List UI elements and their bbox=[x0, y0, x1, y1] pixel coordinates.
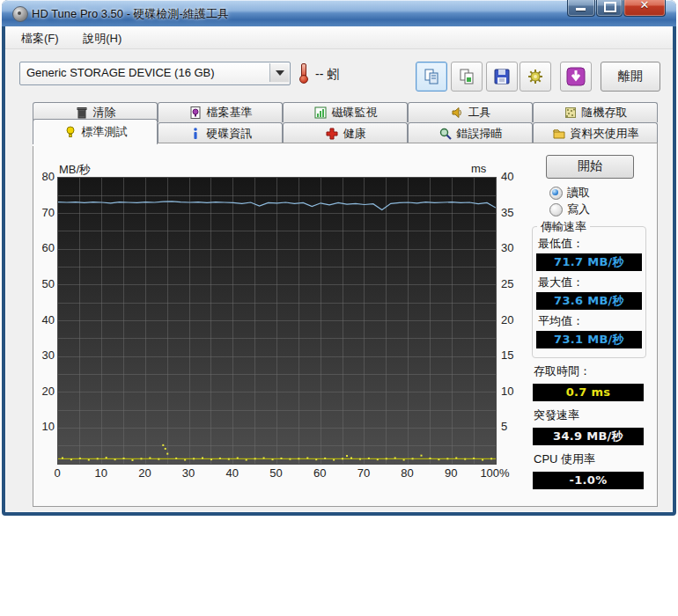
read-radio-label: 讀取 bbox=[567, 185, 590, 201]
radio-selected-icon[interactable] bbox=[549, 187, 563, 200]
axis-tick-label: 90 bbox=[436, 466, 466, 480]
axis-tick-label: 50 bbox=[33, 277, 55, 290]
menu-bar: 檔案(F) 說明(H) bbox=[5, 26, 673, 49]
file-benchmark-icon bbox=[188, 106, 203, 120]
tab-disk-info[interactable]: 硬碟資訊 bbox=[158, 122, 283, 143]
axis-tick-label: 30 bbox=[173, 466, 203, 480]
write-radio[interactable]: 寫入 bbox=[549, 202, 590, 216]
axis-tick-label: 80 bbox=[393, 466, 423, 480]
max-label: 最大值： bbox=[538, 275, 584, 290]
start-button[interactable]: 開始 bbox=[546, 155, 634, 179]
min-value: 71.7 MB/秒 bbox=[536, 253, 642, 271]
chevron-down-icon[interactable] bbox=[269, 63, 289, 82]
menu-file[interactable]: 檔案(F) bbox=[11, 26, 70, 48]
exit-button[interactable]: 離開 bbox=[601, 62, 660, 92]
options-icon bbox=[526, 67, 545, 86]
minimize-icon bbox=[576, 8, 586, 11]
health-cross-icon bbox=[325, 127, 339, 141]
speaker-icon bbox=[450, 106, 464, 120]
temperature-value: -- 蚓 bbox=[315, 67, 339, 83]
access-time-label: 存取時間： bbox=[534, 363, 591, 379]
random-access-icon bbox=[564, 106, 578, 120]
axis-tick-label: 25 bbox=[501, 277, 513, 290]
options-button[interactable] bbox=[520, 62, 551, 92]
transfer-rate-group: 傳輸速率 最低值： 71.7 MB/秒 最大值： 73.6 MB/秒 平均值： … bbox=[532, 226, 646, 358]
save-icon bbox=[492, 67, 512, 86]
access-time-value: 0.7 ms bbox=[533, 384, 644, 401]
close-button[interactable]: ✕ bbox=[623, 0, 666, 17]
axis-tick-label: 20 bbox=[501, 313, 513, 326]
axis-tick-label: 20 bbox=[129, 466, 159, 480]
left-axis-unit-label: MB/秒 bbox=[59, 162, 91, 178]
device-select-value: Generic STORAGE DEVICE (16 GB) bbox=[26, 66, 215, 79]
folder-icon bbox=[552, 127, 566, 141]
menu-help[interactable]: 說明(H) bbox=[72, 26, 132, 48]
minimize-button[interactable] bbox=[567, 0, 595, 17]
tab-health[interactable]: 健康 bbox=[283, 122, 408, 143]
info-icon bbox=[188, 127, 203, 141]
tab-label: 檔案基準 bbox=[207, 105, 253, 121]
benchmark-panel: MB/秒 ms 80706050403020104035302520151050… bbox=[33, 143, 658, 507]
axis-tick-label: 40 bbox=[217, 466, 247, 480]
maximize-icon bbox=[604, 2, 616, 12]
save-button[interactable] bbox=[486, 62, 518, 92]
axis-tick-label: 60 bbox=[305, 466, 335, 480]
axis-tick-label: 10 bbox=[501, 385, 513, 398]
burst-rate-label: 突發速率 bbox=[534, 407, 579, 423]
read-radio[interactable]: 讀取 bbox=[549, 186, 590, 200]
cpu-usage-value: -1.0% bbox=[533, 472, 644, 489]
write-radio-label: 寫入 bbox=[567, 202, 590, 217]
axis-tick-label: 35 bbox=[501, 206, 513, 219]
tab-tools[interactable]: 工具 bbox=[408, 102, 533, 122]
axis-tick-label: 80 bbox=[33, 170, 55, 183]
copy-to-clipboard-button[interactable] bbox=[416, 62, 447, 92]
thermometer-icon bbox=[299, 63, 306, 83]
max-value: 73.6 MB/秒 bbox=[536, 292, 642, 310]
tab-folder-usage[interactable]: 資料夾使用率 bbox=[533, 122, 658, 143]
tab-label: 磁碟監視 bbox=[332, 105, 378, 121]
tab-label: 標準測試 bbox=[82, 124, 128, 140]
axis-tick-label: 10 bbox=[86, 466, 116, 480]
axis-tick-label: 30 bbox=[33, 348, 55, 362]
update-check-button[interactable] bbox=[560, 62, 592, 92]
tab-disk-monitor[interactable]: 磁碟監視 bbox=[283, 102, 408, 122]
axis-tick-label: 60 bbox=[33, 241, 55, 254]
magnifier-icon bbox=[438, 127, 453, 141]
axis-tick-label: 40 bbox=[33, 313, 55, 326]
axis-tick-label: 5 bbox=[501, 420, 507, 433]
avg-value: 73.1 MB/秒 bbox=[536, 331, 642, 348]
axis-tick-label: 0 bbox=[42, 466, 72, 480]
chart-canvas bbox=[58, 178, 496, 464]
title-bar[interactable]: HD Tune Pro 3.50 - 硬碟檢測-維護工具 ✕ bbox=[2, 0, 676, 26]
tab-label: 健康 bbox=[343, 126, 366, 142]
device-select[interactable]: Generic STORAGE DEVICE (16 GB) bbox=[19, 62, 291, 85]
window-title: HD Tune Pro 3.50 - 硬碟檢測-維護工具 bbox=[32, 6, 229, 22]
copy-to-file-button[interactable] bbox=[451, 62, 483, 92]
axis-tick-label: 10 bbox=[33, 420, 55, 433]
axis-tick-label: 20 bbox=[33, 385, 55, 398]
tab-label: 硬碟資訊 bbox=[207, 126, 253, 142]
tab-error-scan[interactable]: 錯誤掃瞄 bbox=[408, 122, 533, 143]
axis-tick-label: 50 bbox=[262, 466, 291, 480]
burst-rate-value: 34.9 MB/秒 bbox=[533, 428, 644, 445]
avg-label: 平均值： bbox=[538, 313, 584, 329]
axis-tick-label: 30 bbox=[501, 241, 513, 254]
axis-tick-label: 15 bbox=[501, 348, 513, 362]
axis-tick-label: 70 bbox=[33, 206, 55, 219]
transfer-rate-group-title: 傳輸速率 bbox=[537, 219, 590, 235]
app-window: HD Tune Pro 3.50 - 硬碟檢測-維護工具 ✕ 檔案(F) 說明(… bbox=[2, 0, 676, 516]
right-axis-unit-label: ms bbox=[471, 162, 486, 175]
tab-file-benchmark[interactable]: 檔案基準 bbox=[158, 102, 283, 122]
tab-label: 隨機存取 bbox=[582, 105, 628, 121]
bulb-icon bbox=[63, 125, 77, 139]
axis-tick-label: 70 bbox=[349, 466, 379, 480]
maximize-button[interactable] bbox=[596, 0, 623, 17]
tab-random-access[interactable]: 隨機存取 bbox=[533, 102, 658, 122]
copy-file-icon bbox=[457, 67, 476, 86]
copy-icon bbox=[422, 67, 441, 86]
radio-unselected-icon[interactable] bbox=[549, 203, 563, 216]
tab-benchmark[interactable]: 標準測試 bbox=[33, 119, 158, 144]
axis-tick-label: 100% bbox=[480, 466, 510, 480]
min-label: 最低值： bbox=[538, 236, 584, 252]
cpu-usage-label: CPU 使用率 bbox=[534, 451, 595, 467]
